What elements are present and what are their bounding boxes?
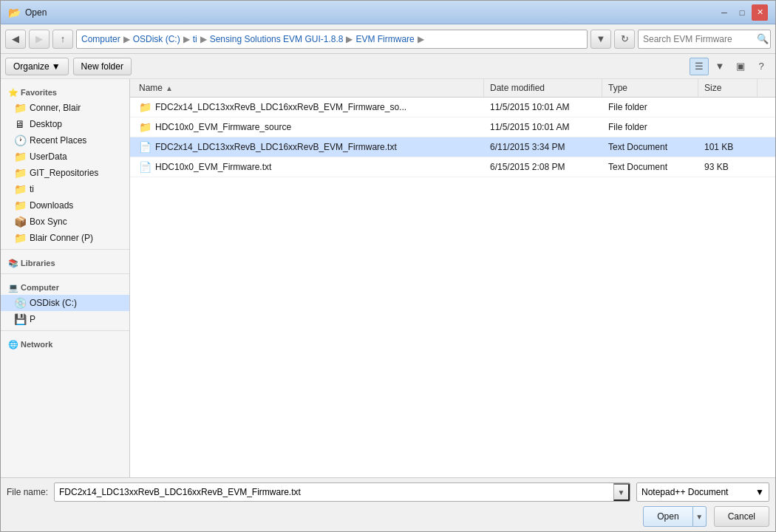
file-type-2: Text Document: [602, 138, 698, 156]
breadcrumb-item-4[interactable]: EVM Firmware: [355, 34, 414, 44]
file-name-0: 📁 FDC2x14_LDC13xxRevB_LDC16xxRevB_EVM_Fi…: [133, 98, 484, 117]
file-list-area: Name ▲ Date modified Type Size �: [130, 79, 775, 477]
maximize-button[interactable]: □: [734, 4, 750, 21]
sidebar-item-p[interactable]: 💾 P: [1, 311, 129, 327]
network-section[interactable]: 🌐 Network: [1, 334, 129, 352]
preview-pane-button[interactable]: ▣: [731, 58, 750, 75]
view-controls: ☰ ▼ ▣ ?: [690, 58, 771, 75]
ti-icon: 📁: [14, 183, 26, 195]
file-date-1: 11/5/2015 10:01 AM: [484, 118, 602, 136]
organize-button[interactable]: Organize ▼: [5, 58, 69, 75]
sidebar-item-ti[interactable]: 📁 ti: [1, 181, 129, 197]
sidebar-item-userdata[interactable]: 📁 UserData: [1, 149, 129, 165]
osdisk-icon: 💿: [14, 297, 26, 309]
computer-section[interactable]: 💻 Computer: [1, 277, 129, 295]
col-header-extra: [758, 79, 772, 97]
minimize-button[interactable]: ─: [716, 4, 732, 21]
open-dialog: 📂 Open ─ □ ✕ ◀ ▶ ↑ Computer ▶ OSDisk (C:…: [0, 0, 776, 532]
column-headers: Name ▲ Date modified Type Size: [130, 79, 775, 98]
computer-section-icon: 💻: [8, 283, 18, 292]
breadcrumb-dropdown-button[interactable]: ▼: [590, 30, 611, 49]
new-folder-button[interactable]: New folder: [73, 58, 132, 75]
breadcrumb-item-0[interactable]: Computer: [81, 34, 120, 44]
sidebar-divider-2: [1, 273, 129, 274]
sidebar-item-osdisk[interactable]: 💿 OSDisk (C:): [1, 295, 129, 311]
sidebar-item-downloads[interactable]: 📁 Downloads: [1, 197, 129, 214]
view-details-button[interactable]: ☰: [690, 58, 709, 75]
filename-input-wrapper: ▼: [54, 482, 630, 502]
organize-arrow-icon: ▼: [52, 61, 61, 72]
file-type-0: File folder: [602, 98, 698, 116]
col-header-size[interactable]: Size: [698, 79, 758, 97]
help-button[interactable]: ?: [752, 58, 771, 75]
box-sync-icon: 📦: [14, 216, 26, 228]
back-button[interactable]: ◀: [5, 30, 26, 49]
doc-icon-2: 📄: [139, 141, 152, 153]
sidebar-divider-3: [1, 330, 129, 331]
file-size-2: 101 KB: [698, 138, 758, 156]
col-header-name[interactable]: Name ▲: [133, 79, 484, 97]
favorites-icon: ⭐: [8, 88, 18, 97]
search-input[interactable]: [643, 34, 754, 44]
open-action-group: Open ▼: [643, 507, 706, 526]
cancel-button[interactable]: Cancel: [714, 506, 769, 527]
title-bar: 📂 Open ─ □ ✕: [1, 1, 775, 24]
file-size-0: [698, 103, 758, 111]
libraries-icon: 📚: [8, 259, 18, 267]
sidebar-item-conner-blair[interactable]: 📁 Conner, Blair: [1, 100, 129, 116]
view-dropdown-button[interactable]: ▼: [710, 58, 729, 75]
git-repos-icon: 📁: [14, 167, 26, 179]
filename-dropdown-button[interactable]: ▼: [613, 483, 630, 501]
refresh-button[interactable]: ↻: [614, 30, 635, 49]
sidebar-item-box-sync[interactable]: 📦 Box Sync: [1, 214, 129, 230]
open-dropdown-button[interactable]: ▼: [693, 506, 707, 527]
search-icon: 🔍: [757, 33, 769, 44]
favorites-section[interactable]: ⭐ Favorites: [1, 82, 129, 100]
close-button[interactable]: ✕: [752, 4, 768, 21]
file-type-3: Text Document: [602, 158, 698, 176]
filetype-value: Notepad++ Document: [641, 487, 728, 497]
navigation-toolbar: ◀ ▶ ↑ Computer ▶ OSDisk (C:) ▶ ti ▶ Sens…: [1, 24, 775, 54]
downloads-icon: 📁: [14, 200, 26, 211]
file-date-2: 6/11/2015 3:34 PM: [484, 138, 602, 156]
sidebar-divider-1: [1, 249, 129, 250]
filename-input[interactable]: [55, 487, 613, 497]
desktop-icon: 🖥: [14, 118, 26, 130]
filetype-select[interactable]: Notepad++ Document ▼: [636, 482, 769, 502]
file-row-2[interactable]: 📄 FDC2x14_LDC13xxRevB_LDC16xxRevB_EVM_Fi…: [130, 137, 775, 157]
dialog-icon: 📂: [8, 7, 21, 18]
search-bar: 🔍: [638, 30, 771, 49]
blair-conner-p-icon: 📁: [14, 232, 26, 244]
new-folder-label: New folder: [81, 61, 123, 72]
open-button[interactable]: Open: [643, 506, 692, 527]
secondary-toolbar: Organize ▼ New folder ☰ ▼ ▣ ?: [1, 54, 775, 79]
breadcrumb-item-2[interactable]: ti: [193, 34, 197, 44]
title-controls: ─ □ ✕: [716, 4, 768, 21]
doc-icon-3: 📄: [139, 161, 152, 173]
forward-button[interactable]: ▶: [29, 30, 50, 49]
file-row-1[interactable]: 📁 HDC10x0_EVM_Firmware_source 11/5/2015 …: [130, 117, 775, 137]
sidebar: ⭐ Favorites 📁 Conner, Blair 🖥 Desktop 🕐 …: [1, 79, 130, 477]
file-list: 📁 FDC2x14_LDC13xxRevB_LDC16xxRevB_EVM_Fi…: [130, 98, 775, 477]
sidebar-item-recent-places[interactable]: 🕐 Recent Places: [1, 132, 129, 149]
conner-blair-icon: 📁: [14, 102, 26, 114]
file-date-0: 11/5/2015 10:01 AM: [484, 98, 602, 116]
folder-icon-1: 📁: [139, 121, 152, 133]
folder-icon-0: 📁: [139, 101, 152, 113]
main-area: ⭐ Favorites 📁 Conner, Blair 🖥 Desktop 🕐 …: [1, 79, 775, 477]
file-row-3[interactable]: 📄 HDC10x0_EVM_Firmware.txt 6/15/2015 2:0…: [130, 157, 775, 177]
up-button[interactable]: ↑: [52, 30, 73, 49]
file-row-0[interactable]: 📁 FDC2x14_LDC13xxRevB_LDC16xxRevB_EVM_Fi…: [130, 98, 775, 117]
filename-row: File name: ▼ Notepad++ Document ▼: [7, 482, 769, 502]
sidebar-item-desktop[interactable]: 🖥 Desktop: [1, 116, 129, 132]
col-header-date[interactable]: Date modified: [484, 79, 602, 97]
file-size-3: 93 KB: [698, 158, 758, 176]
breadcrumb-item-3[interactable]: Sensing Solutions EVM GUI-1.8.8: [210, 34, 344, 44]
sidebar-item-blair-conner-p[interactable]: 📁 Blair Conner (P): [1, 230, 129, 246]
sidebar-item-git-repos[interactable]: 📁 GIT_Repositories: [1, 165, 129, 181]
col-header-type[interactable]: Type: [602, 79, 698, 97]
breadcrumb-bar: Computer ▶ OSDisk (C:) ▶ ti ▶ Sensing So…: [76, 30, 588, 49]
breadcrumb-item-1[interactable]: OSDisk (C:): [133, 34, 180, 44]
libraries-section[interactable]: 📚 Libraries: [1, 253, 129, 270]
recent-places-icon: 🕐: [14, 134, 26, 146]
